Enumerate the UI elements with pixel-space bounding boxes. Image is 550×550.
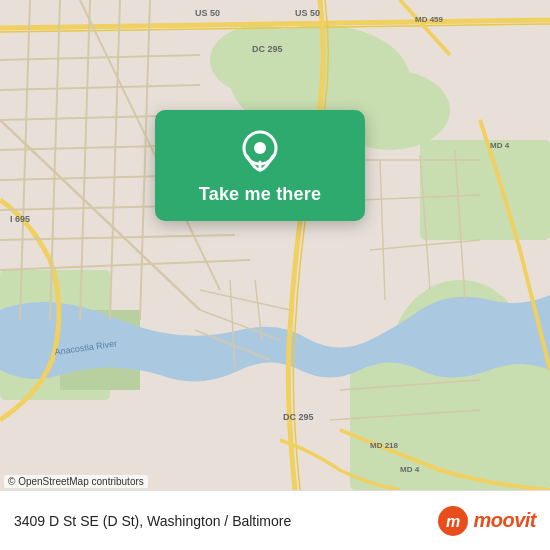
svg-rect-4: [420, 140, 550, 240]
svg-point-3: [210, 25, 310, 95]
svg-text:I 695: I 695: [10, 214, 30, 224]
svg-text:US 50: US 50: [295, 8, 320, 18]
svg-text:MD 218: MD 218: [370, 441, 399, 450]
svg-text:m: m: [446, 513, 460, 530]
location-pin-icon: [237, 128, 283, 174]
svg-text:MD 459: MD 459: [415, 15, 444, 24]
svg-text:MD 4: MD 4: [490, 141, 510, 150]
moovit-brand-text: moovit: [473, 509, 536, 532]
take-me-there-button[interactable]: Take me there: [199, 184, 321, 205]
svg-text:MD 4: MD 4: [400, 465, 420, 474]
map-attribution: © OpenStreetMap contributors: [4, 475, 148, 488]
moovit-logo: m moovit: [437, 505, 536, 537]
map-background: US 50 US 50 MD 459 DC 295 DC 295 I 695 M…: [0, 0, 550, 490]
moovit-icon: m: [437, 505, 469, 537]
svg-point-51: [254, 142, 266, 154]
svg-text:DC 295: DC 295: [252, 44, 283, 54]
address-label: 3409 D St SE (D St), Washington / Baltim…: [14, 513, 291, 529]
svg-text:DC 295: DC 295: [283, 412, 314, 422]
footer-bar: 3409 D St SE (D St), Washington / Baltim…: [0, 490, 550, 550]
attribution-text: © OpenStreetMap contributors: [8, 476, 144, 487]
map-view: US 50 US 50 MD 459 DC 295 DC 295 I 695 M…: [0, 0, 550, 490]
cta-card[interactable]: Take me there: [155, 110, 365, 221]
svg-text:US 50: US 50: [195, 8, 220, 18]
